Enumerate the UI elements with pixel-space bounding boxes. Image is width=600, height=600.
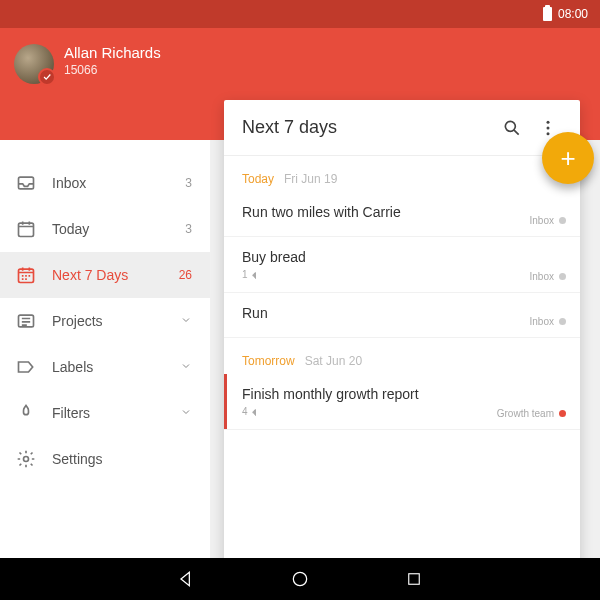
- user-block: Allan Richards 15066: [64, 44, 161, 77]
- plus-icon: +: [560, 143, 575, 174]
- sidebar-item-filters[interactable]: Filters: [0, 390, 210, 436]
- panel-header: Next 7 days: [224, 100, 580, 156]
- battery-icon: [543, 7, 552, 21]
- svg-point-8: [547, 132, 550, 135]
- svg-rect-1: [19, 223, 34, 236]
- task-project-label: Growth team: [497, 408, 554, 419]
- gear-icon: [16, 449, 36, 469]
- home-circle-icon: [290, 569, 310, 589]
- android-nav-bar: [0, 558, 600, 600]
- task-item[interactable]: Finish monthly growth report 4 ⏴ Growth …: [224, 374, 580, 430]
- search-icon: [502, 118, 522, 138]
- nav-back-button[interactable]: [174, 567, 198, 591]
- svg-point-7: [547, 126, 550, 129]
- section-day: Tomorrow: [242, 354, 295, 368]
- task-project: Inbox: [530, 215, 566, 226]
- back-triangle-icon: [176, 569, 196, 589]
- labels-icon: [16, 357, 36, 377]
- task-project: Inbox: [530, 316, 566, 327]
- panel-body: Today Fri Jun 19 Run two miles with Carr…: [224, 156, 580, 568]
- project-dot-icon: [559, 318, 566, 325]
- sidebar-item-settings[interactable]: Settings: [0, 436, 210, 482]
- status-time: 08:00: [558, 7, 588, 21]
- search-button[interactable]: [494, 110, 530, 146]
- task-sub: 1 ⏴: [242, 269, 562, 280]
- user-sub: 15066: [64, 63, 161, 77]
- sidebar-item-next7days[interactable]: Next 7 Days 26: [0, 252, 210, 298]
- task-title: Finish monthly growth report: [242, 386, 562, 402]
- chevron-down-icon: [176, 406, 192, 421]
- sidebar-item-count: 3: [176, 176, 192, 190]
- add-task-fab[interactable]: +: [542, 132, 594, 184]
- project-dot-icon: [559, 217, 566, 224]
- task-project: Inbox: [530, 271, 566, 282]
- inbox-icon: [16, 173, 36, 193]
- section-date: Fri Jun 19: [284, 172, 337, 186]
- section-day: Today: [242, 172, 274, 186]
- filters-icon: [16, 403, 36, 423]
- task-panel: Next 7 days Today Fri Jun 19 Run two mil…: [224, 100, 580, 568]
- task-item[interactable]: Run two miles with Carrie Inbox: [224, 192, 580, 237]
- sidebar-item-label: Inbox: [52, 175, 160, 191]
- sidebar-item-label: Settings: [52, 451, 192, 467]
- nav-home-button[interactable]: [288, 567, 312, 591]
- task-title: Run: [242, 305, 562, 321]
- main-area: Inbox 3 Today 3 Next 7 Days 26 Projects: [0, 140, 600, 558]
- status-bar: 08:00: [0, 0, 600, 28]
- calendar-today-icon: [16, 219, 36, 239]
- task-project-label: Inbox: [530, 215, 554, 226]
- task-item[interactable]: Run Inbox: [224, 293, 580, 338]
- projects-icon: [16, 311, 36, 331]
- sidebar-item-label: Projects: [52, 313, 160, 329]
- sidebar-item-projects[interactable]: Projects: [0, 298, 210, 344]
- chevron-down-icon: [176, 314, 192, 329]
- sidebar-item-label: Labels: [52, 359, 160, 375]
- avatar-badge-icon: [38, 68, 56, 86]
- svg-point-5: [505, 121, 515, 131]
- section-date: Sat Jun 20: [305, 354, 362, 368]
- task-project-label: Inbox: [530, 271, 554, 282]
- user-name: Allan Richards: [64, 44, 161, 61]
- avatar[interactable]: [14, 44, 54, 84]
- task-project: Growth team: [497, 408, 566, 419]
- page-title: Next 7 days: [242, 117, 494, 138]
- svg-point-9: [293, 572, 306, 585]
- chevron-down-icon: [176, 360, 192, 375]
- content-area: Next 7 days Today Fri Jun 19 Run two mil…: [210, 140, 600, 558]
- sidebar-item-label: Filters: [52, 405, 160, 421]
- sidebar-item-label: Today: [52, 221, 160, 237]
- sidebar-item-today[interactable]: Today 3: [0, 206, 210, 252]
- sidebar: Inbox 3 Today 3 Next 7 Days 26 Projects: [0, 140, 210, 558]
- task-title: Run two miles with Carrie: [242, 204, 562, 220]
- task-project-label: Inbox: [530, 316, 554, 327]
- sidebar-item-labels[interactable]: Labels: [0, 344, 210, 390]
- svg-point-6: [547, 120, 550, 123]
- date-section-header: Today Fri Jun 19: [224, 156, 580, 192]
- recents-square-icon: [405, 570, 423, 588]
- project-dot-icon: [559, 410, 566, 417]
- sidebar-item-count: 3: [176, 222, 192, 236]
- svg-point-4: [24, 457, 29, 462]
- task-title: Buy bread: [242, 249, 562, 265]
- sidebar-item-inbox[interactable]: Inbox 3: [0, 160, 210, 206]
- task-item[interactable]: Buy bread 1 ⏴ Inbox: [224, 237, 580, 293]
- date-section-header: Tomorrow Sat Jun 20: [224, 338, 580, 374]
- project-dot-icon: [559, 273, 566, 280]
- sidebar-item-label: Next 7 Days: [52, 267, 160, 283]
- nav-recents-button[interactable]: [402, 567, 426, 591]
- sidebar-item-count: 26: [176, 268, 192, 282]
- calendar-week-icon: [16, 265, 36, 285]
- svg-rect-10: [409, 574, 420, 585]
